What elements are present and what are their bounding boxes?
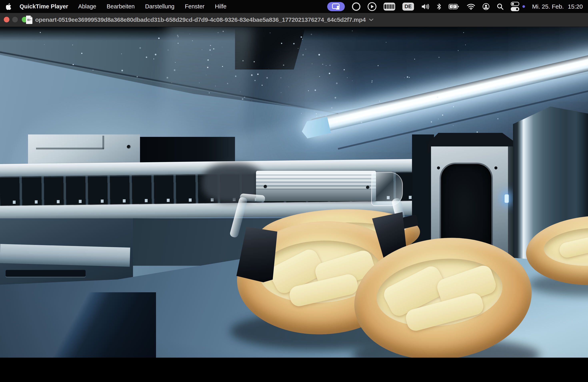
volume-icon[interactable] (421, 3, 430, 10)
scene-vignette (0, 27, 588, 358)
menu-bar-status: DE Mi. 25. Feb. (327, 2, 588, 11)
menu-bar-clock[interactable]: Mi. 25. Feb. 15:20 (532, 3, 583, 10)
control-center-icon[interactable] (511, 2, 519, 11)
record-circle-icon[interactable] (352, 2, 360, 11)
minimize-button[interactable] (12, 17, 18, 22)
menu-ablage[interactable]: Ablage (78, 3, 96, 10)
desktop-screen: QuickTime Player Ablage Bearbeiten Darst… (0, 0, 588, 382)
search-icon[interactable] (497, 3, 504, 10)
user-account-icon[interactable] (483, 3, 490, 10)
wifi-icon[interactable] (467, 3, 475, 10)
menu-hilfe[interactable]: Hilfe (215, 3, 226, 10)
letterbox-bar (0, 358, 588, 382)
menu-bar: QuickTime Player Ablage Bearbeiten Darst… (0, 0, 588, 13)
play-circle-icon[interactable] (368, 2, 377, 11)
video-document-icon[interactable] (26, 16, 32, 24)
window-title-filename: openart-0519ee36999539d8a368e80dbadcd31b… (35, 16, 366, 23)
screen-sharing-indicator-icon[interactable] (327, 2, 345, 11)
menu-bearbeiten[interactable]: Bearbeiten (106, 3, 135, 10)
bluetooth-icon[interactable] (437, 3, 441, 10)
clock-date: Mi. 25. Feb. (532, 3, 564, 10)
keyboard-icon[interactable] (384, 3, 395, 11)
menu-fenster[interactable]: Fenster (185, 3, 204, 10)
chevron-down-icon[interactable] (369, 18, 374, 21)
apple-menu-icon[interactable] (6, 3, 12, 10)
battery-charging-icon[interactable] (448, 3, 460, 10)
close-button[interactable] (4, 17, 9, 22)
video-frame[interactable] (0, 27, 588, 358)
clock-time: 15:20 (568, 3, 583, 10)
notification-dot-icon (522, 5, 525, 8)
window-title[interactable]: openart-0519ee36999539d8a368e80dbadcd31b… (35, 13, 374, 27)
menu-app-name[interactable]: QuickTime Player (20, 3, 68, 10)
input-source-icon[interactable]: DE (402, 3, 414, 11)
menu-darstellung[interactable]: Darstellung (145, 3, 174, 10)
window-title-bar[interactable]: openart-0519ee36999539d8a368e80dbadcd31b… (0, 13, 588, 27)
menu-bar-left: QuickTime Player Ablage Bearbeiten Darst… (0, 3, 237, 10)
